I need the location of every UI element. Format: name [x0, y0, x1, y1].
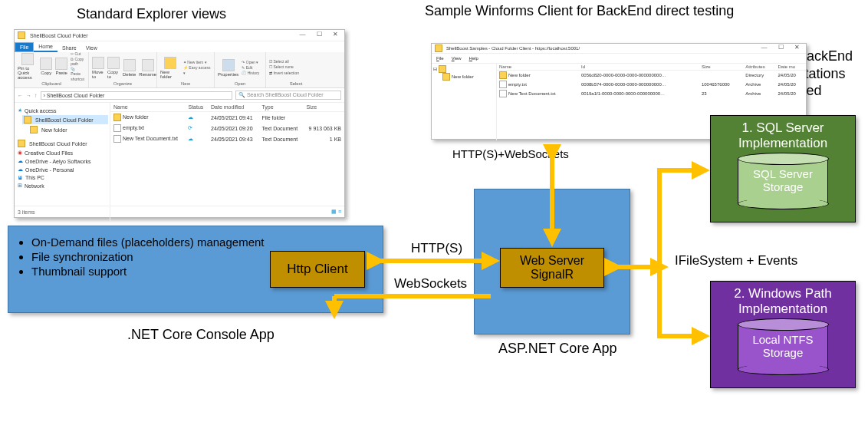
ribbon-history[interactable]: 🕘 History	[242, 71, 259, 76]
ribbon-newfolder[interactable]: New folder	[160, 57, 180, 79]
explorer-title: ShellBoost Cloud Folder	[30, 33, 88, 38]
file-list: Name Status Date modified Type Size New …	[110, 103, 344, 221]
ribbon-group-select: Select	[269, 81, 323, 86]
label-https: HTTP(S)	[411, 241, 462, 256]
side-newfolder[interactable]: New folder	[28, 125, 108, 134]
wf-col-date[interactable]: Date mo	[776, 64, 807, 71]
side-scf[interactable]: ShellBoost Cloud Folder	[22, 115, 108, 124]
table-row[interactable]: empty.txt0008b574-0000-0000-0000-0000000…	[497, 80, 806, 89]
col-type[interactable]: Type	[258, 103, 303, 112]
wf-col-name[interactable]: Name	[497, 64, 579, 71]
label-net-console: .NET Core Console App	[127, 327, 275, 343]
side-network[interactable]: ⊞Network	[16, 182, 108, 189]
sql-storage-cylinder: SQL ServerStorage	[738, 158, 828, 204]
ribbon-edit[interactable]: ✎ Edit	[242, 65, 259, 71]
wf-grid: Name Id Size Attributes Date mo New fold…	[497, 64, 806, 98]
folder-icon	[18, 31, 25, 39]
side-thispc[interactable]: 🖥This PC	[16, 174, 108, 181]
side-onedrive1[interactable]: ☁OneDrive - Aelyo Softworks	[16, 157, 108, 165]
signalr-line2: SignalR	[531, 268, 574, 282]
nav-forward[interactable]: →	[26, 93, 31, 98]
window-controls[interactable]: — ☐ ✕	[761, 44, 804, 51]
ribbon: Pin to Quick access Copy Paste ✂ Cut ⧉ C…	[15, 52, 344, 88]
list-item: On-Demand files (placeholders) managemen…	[31, 236, 383, 249]
windows-backend-box: 2. Windows PathImplementation Local NTFS…	[710, 281, 856, 388]
label-standard-explorer: Standard Explorer views	[77, 6, 226, 22]
ribbon-invert[interactable]: ⇄ Invert selection	[269, 71, 299, 77]
nav-up[interactable]: ↑	[35, 93, 38, 98]
sync-icon: ⟳	[188, 125, 192, 130]
file-icon	[113, 124, 121, 132]
table-row[interactable]: New folder ☁ 24/05/2021 09:41File folder	[110, 112, 344, 124]
ntfs-storage-cylinder: Local NTFSStorage	[738, 324, 828, 370]
view-toggle[interactable]: ▦ ≡	[331, 209, 341, 215]
ribbon-group-organize: Organize	[92, 81, 153, 86]
nav-pane: ★Quick access ShellBoost Cloud Folder Ne…	[15, 103, 110, 221]
wf-title: ShellBoost Samples - Cloud Folder Client…	[446, 46, 580, 51]
address-bar[interactable]: › ShellBoost Cloud Folder	[41, 91, 233, 100]
wf-col-size[interactable]: Size	[699, 64, 743, 71]
ribbon-paste[interactable]: Paste	[55, 58, 67, 75]
side-quickaccess[interactable]: ★Quick access	[16, 107, 108, 114]
http-client-box: Http Client	[270, 251, 365, 288]
side-shellboost[interactable]: ShellBoost Cloud Folder	[16, 139, 108, 148]
wf-col-attr[interactable]: Attributes	[743, 64, 775, 71]
table-row[interactable]: New Text Document.txt ☁ 24/05/2021 09:43…	[110, 133, 344, 144]
table-row[interactable]: empty.txt ⟳ 24/05/2021 09:20Text Documen…	[110, 123, 344, 133]
table-row[interactable]: New Text Document.txt0019a1f1-0000-0000-…	[497, 89, 806, 98]
ribbon-selectall[interactable]: ☑ Select all	[269, 59, 299, 65]
ribbon-open[interactable]: ↷ Open ▾	[242, 60, 259, 65]
label-http-ws: HTTP(S)+WebSockets	[452, 147, 569, 160]
ribbon-copyto[interactable]: Copy to	[107, 57, 120, 79]
label-ifilesystem: IFileSystem + Events	[675, 253, 797, 269]
app-icon	[435, 44, 442, 52]
status-items: 3 items	[18, 209, 35, 215]
tree-item[interactable]: New folder	[442, 73, 495, 81]
menu-view[interactable]: View	[452, 56, 462, 61]
menu-file[interactable]: File	[436, 56, 444, 61]
ribbon-copypath[interactable]: ⧉ Copy path	[71, 57, 85, 67]
ribbon-properties[interactable]: Properties	[218, 59, 238, 77]
col-status[interactable]: Status	[185, 103, 208, 112]
label-aspnet: ASP.NET Core App	[498, 341, 616, 357]
col-size[interactable]: Size	[303, 103, 344, 112]
explorer-window: ShellBoost Cloud Folder — ☐ ✕ File Home …	[14, 29, 345, 218]
search-input[interactable]: 🔍 Search ShellBoost Cloud Folder	[235, 91, 341, 100]
wf-tree: ⊟ New folder	[432, 64, 497, 140]
ribbon-pin[interactable]: Pin to Quick access	[18, 53, 37, 80]
ribbon-group-clipboard: Clipboard	[18, 81, 85, 86]
ribbon-moveto[interactable]: Move to	[92, 57, 104, 79]
menu-help[interactable]: Help	[469, 56, 478, 61]
ribbon-easyaccess[interactable]: ⚡ Easy access ▾	[183, 65, 211, 76]
ribbon-group-open: Open	[218, 81, 262, 86]
col-name[interactable]: Name	[110, 103, 185, 112]
signalr-line1: Web Server	[520, 254, 584, 268]
ribbon-delete[interactable]: Delete	[123, 59, 136, 77]
label-winforms-client: Sample Winforms Client for BackEnd direc…	[425, 3, 734, 20]
ribbon-pasteshortcut[interactable]: 📎 Paste shortcut	[71, 67, 85, 82]
side-ccf[interactable]: ◉Creative Cloud Files	[16, 149, 108, 157]
cloud-icon: ☁	[188, 136, 193, 141]
signalr-box: Web Server SignalR	[500, 248, 604, 288]
sql-backend-box: 1. SQL ServerImplementation SQL ServerSt…	[710, 115, 856, 222]
label-websockets: WebSockets	[394, 276, 467, 292]
table-row[interactable]: New folder0056d820-0000-0000-0000-000000…	[497, 71, 806, 81]
window-controls[interactable]: — ☐ ✕	[300, 31, 343, 38]
ribbon-newitem[interactable]: ✦ New item ▾	[183, 60, 211, 65]
file-icon	[113, 135, 121, 143]
side-onedrive2[interactable]: ☁OneDrive - Personal	[16, 166, 108, 173]
ribbon-copy[interactable]: Copy	[40, 58, 52, 75]
tree-root[interactable]: ⊟	[433, 65, 495, 73]
ribbon-rename[interactable]: Rename	[139, 59, 156, 77]
nav-back[interactable]: ←	[18, 93, 23, 98]
wf-col-id[interactable]: Id	[579, 64, 699, 71]
col-date[interactable]: Date modified	[208, 103, 258, 112]
ribbon-selectnone[interactable]: ☐ Select none	[269, 64, 299, 71]
folder-icon	[113, 114, 121, 121]
ribbon-group-new: New	[160, 81, 211, 86]
cloud-icon: ☁	[188, 114, 193, 120]
